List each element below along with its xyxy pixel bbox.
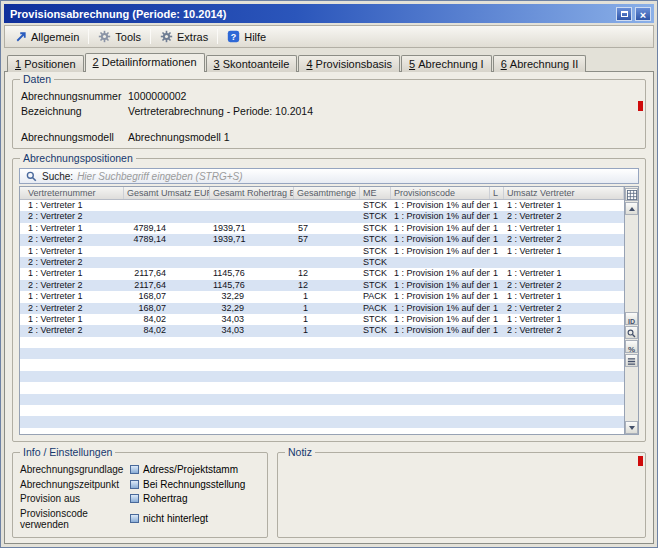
cell-l bbox=[490, 257, 504, 268]
cell-menge: 12 bbox=[294, 268, 360, 279]
info-einstellungen-group: Info / Einstellungen Abrechnungsgrundlag… bbox=[12, 452, 268, 538]
cell-provisionscode: 1 : Provision 1% auf den v( bbox=[391, 234, 490, 245]
table-row-5[interactable]: 1 : Vertreter 1STCK1 : Provision 1% auf … bbox=[20, 246, 624, 257]
table-row-6[interactable]: 2 : Vertreter 2STCK bbox=[20, 257, 624, 268]
empty-row bbox=[20, 416, 624, 427]
info-rows: AbrechnungsgrundlageAdress/ProjektstammA… bbox=[20, 464, 260, 530]
column-header-umsatz[interactable]: Gesamt Umsatz EUR bbox=[124, 187, 210, 199]
cell-rohertrag bbox=[210, 211, 294, 222]
tab-positionen[interactable]: 1 Positionen bbox=[7, 55, 84, 72]
tab-skontoanteile[interactable]: 3 Skontoanteile bbox=[206, 55, 298, 72]
info-value-wrap: Bei Rechnungsstellung bbox=[130, 479, 245, 490]
search-bar[interactable]: Suche: bbox=[19, 168, 639, 184]
cell-umsatz_vertreter: 1 : Vertreter 1 bbox=[504, 291, 624, 302]
cell-vertreter: 1 : Vertreter 1 bbox=[20, 200, 124, 211]
required-field-marker bbox=[638, 456, 643, 466]
table-row-7[interactable]: 1 : Vertreter 12117,641145,7612STCK1 : P… bbox=[20, 268, 624, 279]
close-button[interactable] bbox=[635, 7, 651, 21]
table-row-1[interactable]: 1 : Vertreter 1STCK1 : Provision 1% auf … bbox=[20, 200, 624, 211]
tab-abrechnung-ii[interactable]: 6 Abrechnung II bbox=[493, 55, 587, 72]
menu-item-label: Allgemein bbox=[31, 31, 79, 43]
cell-rohertrag: 32,29 bbox=[210, 303, 294, 314]
cell-me: STCK bbox=[360, 268, 391, 279]
tab-number: 4 bbox=[306, 58, 312, 70]
tab-provisionsbasis[interactable]: 4 Provisionsbasis bbox=[298, 55, 400, 72]
column-header-me[interactable]: ME bbox=[360, 187, 391, 199]
toolbar-separator bbox=[88, 29, 89, 44]
cell-me: STCK bbox=[360, 234, 391, 245]
cell-provisionscode: 1 : Provision 1% auf den v( bbox=[391, 325, 490, 336]
abrechnungsnummer-value[interactable]: 1000000002 bbox=[128, 90, 186, 102]
cell-vertreter: 1 : Vertreter 1 bbox=[20, 268, 124, 279]
cell-provisionscode: 1 : Provision 1% auf den v( bbox=[391, 200, 490, 211]
menu-item-extras[interactable]: Extras bbox=[154, 28, 214, 45]
table-body: 1 : Vertreter 1STCK1 : Provision 1% auf … bbox=[20, 200, 624, 434]
search-input[interactable] bbox=[77, 171, 633, 182]
list-button[interactable] bbox=[625, 354, 638, 367]
titlebar[interactable]: Provisionsabrechnung (Periode: 10.2014) bbox=[4, 4, 654, 23]
toolbar-separator bbox=[150, 29, 151, 44]
scroll-up-button[interactable] bbox=[625, 202, 638, 215]
cell-umsatz_vertreter: 1 : Vertreter 1 bbox=[504, 223, 624, 234]
column-header-rohertrag[interactable]: Gesamt Rohertrag EUR bbox=[210, 187, 294, 199]
value-bullet-icon bbox=[130, 494, 139, 503]
search-icon bbox=[25, 170, 38, 183]
notiz-group-label: Notiz bbox=[285, 446, 315, 459]
info-value: nicht hinterlegt bbox=[143, 513, 208, 524]
cell-provisionscode bbox=[391, 257, 490, 268]
table-right-rail: ID % bbox=[624, 187, 638, 434]
menu-item-hilfe[interactable]: ?Hilfe bbox=[221, 28, 272, 45]
grid-icon bbox=[627, 186, 637, 204]
info-value-wrap: nicht hinterlegt bbox=[130, 513, 208, 524]
info-value-wrap: Adress/Projektstamm bbox=[130, 464, 238, 475]
cell-me: STCK bbox=[360, 200, 391, 211]
table-row-3[interactable]: 1 : Vertreter 14789,141939,7157STCK1 : P… bbox=[20, 223, 624, 234]
cell-rohertrag bbox=[210, 200, 294, 211]
cell-me: PACK bbox=[360, 303, 391, 314]
table-row-8[interactable]: 2 : Vertreter 22117,641145,7612STCK1 : P… bbox=[20, 280, 624, 291]
table-row-2[interactable]: 2 : Vertreter 2STCK1 : Provision 1% auf … bbox=[20, 211, 624, 222]
tab-detailinformationen[interactable]: 2 Detailinformationen bbox=[85, 53, 205, 72]
menu-item-tools[interactable]: Tools bbox=[92, 28, 147, 45]
tab-strip: 1 Positionen2 Detailinformationen3 Skont… bbox=[4, 51, 654, 72]
column-chooser-button[interactable] bbox=[625, 188, 638, 201]
table-row-4[interactable]: 2 : Vertreter 24789,141939,7157STCK1 : P… bbox=[20, 234, 624, 245]
table-row-11[interactable]: 1 : Vertreter 184,0234,031STCK1 : Provis… bbox=[20, 314, 624, 325]
cell-umsatz_vertreter: 2 : Vertreter 2 bbox=[504, 325, 624, 336]
tab-label: Abrechnung II bbox=[510, 58, 579, 70]
notiz-group[interactable]: Notiz bbox=[277, 452, 646, 538]
info-row-3: Provision ausRohertrag bbox=[20, 493, 260, 504]
column-header-umsatz_vertreter[interactable]: Umsatz Vertreter bbox=[504, 187, 624, 199]
bezeichnung-value[interactable]: Vertreterabrechnung - Periode: 10.2014 bbox=[128, 105, 313, 128]
cell-vertreter: 2 : Vertreter 2 bbox=[20, 303, 124, 314]
required-field-marker bbox=[638, 101, 643, 111]
column-header-menge[interactable]: Gesamtmenge bbox=[294, 187, 360, 199]
tab-abrechnung-i[interactable]: 5 Abrechnung I bbox=[401, 55, 492, 72]
menu-item-allgemein[interactable]: Allgemein bbox=[8, 28, 85, 45]
info-label: Provisionscode verwenden bbox=[20, 508, 130, 530]
maximize-button[interactable] bbox=[616, 7, 632, 21]
arrow-up-icon bbox=[629, 207, 635, 211]
column-header-l[interactable]: L bbox=[490, 187, 504, 199]
bezeichnung-row: Bezeichnung Vertreterabrechnung - Period… bbox=[21, 105, 637, 128]
column-header-provisionscode[interactable]: Provisionscode bbox=[391, 187, 490, 199]
cell-vertreter: 2 : Vertreter 2 bbox=[20, 280, 124, 291]
table-row-12[interactable]: 2 : Vertreter 284,0234,031STCK1 : Provis… bbox=[20, 325, 624, 336]
table-row-10[interactable]: 2 : Vertreter 2168,0732,291PACK1 : Provi… bbox=[20, 303, 624, 314]
table-row-9[interactable]: 1 : Vertreter 1168,0732,291PACK1 : Provi… bbox=[20, 291, 624, 302]
abrechnungsmodell-value[interactable]: Abrechnungsmodell 1 bbox=[128, 131, 230, 143]
tab-content-panel: Daten Abrechnungsnummer 1000000002 Bezei… bbox=[4, 71, 654, 544]
menu-item-label: Hilfe bbox=[244, 31, 266, 43]
table-header-row: VertreternummerGesamt Umsatz EURGesamt R… bbox=[20, 187, 624, 200]
cell-me: STCK bbox=[360, 211, 391, 222]
cell-menge: 1 bbox=[294, 325, 360, 336]
scroll-down-button[interactable] bbox=[625, 421, 638, 434]
empty-row bbox=[20, 428, 624, 434]
cell-vertreter: 1 : Vertreter 1 bbox=[20, 291, 124, 302]
empty-row bbox=[20, 405, 624, 416]
column-header-vertreter[interactable]: Vertreternummer bbox=[20, 187, 124, 199]
cell-me: STCK bbox=[360, 223, 391, 234]
tools-gear-icon bbox=[98, 30, 111, 43]
cell-menge: 1 bbox=[294, 291, 360, 302]
cell-me: STCK bbox=[360, 314, 391, 325]
